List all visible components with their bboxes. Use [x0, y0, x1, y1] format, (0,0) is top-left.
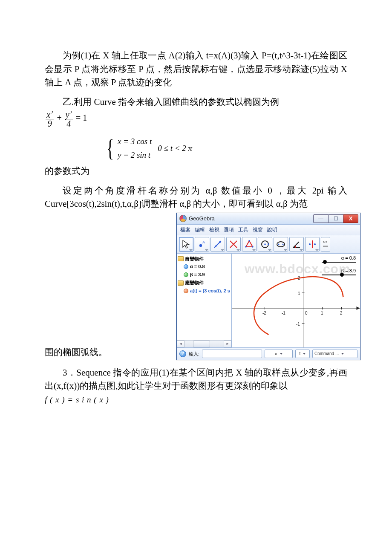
ellipse-equation: x2 9 + y2 4 = 1	[45, 110, 347, 128]
svg-text:A: A	[202, 240, 205, 244]
menu-view[interactable]: 檢視	[209, 226, 219, 234]
algebra-scrollbar[interactable]: ◄ ►	[177, 340, 231, 347]
slider-beta-track[interactable]	[322, 275, 356, 275]
tool-line[interactable]	[210, 237, 225, 251]
graphics-svg	[232, 254, 360, 347]
bullet-icon	[184, 272, 188, 277]
svg-point-4	[219, 241, 221, 243]
svg-point-8	[248, 240, 250, 242]
tree-item-beta[interactable]: β = 3.9	[178, 271, 231, 278]
sin-formula: f ( x ) = s i n ( x )	[45, 395, 109, 404]
paragraph-2: 乙.利用 Curve 指令来输入圆锥曲线的参数式以椭圆为例	[45, 95, 347, 109]
slider-alpha-knob[interactable]	[323, 260, 327, 264]
input-bar: ? 輸入: a t Command ...	[177, 348, 360, 360]
window-title: GeoGebra	[189, 214, 215, 223]
tool-transform[interactable]	[305, 237, 320, 251]
menu-tools[interactable]: 工具	[238, 226, 248, 234]
tree-item-alpha[interactable]: α = 0.8	[178, 263, 231, 270]
menu-help[interactable]: 說明	[267, 226, 277, 234]
tool-circle[interactable]	[258, 237, 272, 251]
tool-point[interactable]: A	[195, 237, 209, 251]
bullet-icon	[184, 289, 188, 293]
svg-point-0	[199, 244, 202, 247]
slider-alpha-track[interactable]	[322, 262, 356, 263]
folder-icon	[178, 280, 184, 286]
folder-icon	[178, 256, 184, 261]
svg-marker-23	[357, 306, 360, 310]
menu-options[interactable]: 選項	[224, 226, 234, 234]
tree-item-curve[interactable]: a(t) = (3 cos(t), 2 s	[178, 287, 231, 295]
paragraph-3: 设定两个角度滑杆名称分别为 α,β 数值最小 0 ，最大 2pi 输入 Curv…	[45, 184, 347, 211]
svg-point-16	[282, 243, 283, 245]
scroll-left-button[interactable]: ◄	[177, 341, 184, 347]
tool-move[interactable]	[179, 237, 193, 251]
svg-point-19	[314, 243, 316, 245]
scroll-thumb[interactable]	[193, 341, 210, 347]
window-close-button[interactable]: X	[343, 214, 358, 223]
parametric-prefix: 的参数式为	[45, 165, 347, 178]
tool-conic[interactable]	[274, 237, 288, 251]
menu-window[interactable]: 視窗	[253, 226, 263, 234]
menu-edit[interactable]: 編輯	[195, 226, 205, 234]
parametric-equations: { x = 3 cos t y = 2 sin t 0 ≤ t < 2 π	[104, 135, 347, 162]
toolbar: A	[177, 235, 360, 254]
svg-marker-7	[246, 241, 253, 247]
scroll-right-button[interactable]: ►	[224, 341, 231, 347]
help-icon[interactable]: ?	[179, 350, 186, 357]
svg-text:a =: a =	[323, 240, 327, 243]
tool-angle[interactable]	[289, 237, 304, 251]
svg-point-13	[268, 243, 269, 245]
geogebra-window: GeoGebra — ☐ X 檔案 編輯 檢視 選項 工具 視窗 說明	[176, 213, 360, 360]
window-maximize-button[interactable]: ☐	[329, 214, 343, 223]
svg-point-3	[215, 246, 216, 247]
menu-bar: 檔案 編輯 檢視 選項 工具 視窗 說明	[177, 225, 360, 235]
tree-dependent-objects[interactable]: 應變物件	[178, 279, 231, 286]
graphics-view[interactable]: www.bdocx.com	[232, 254, 360, 347]
bullet-icon	[184, 264, 188, 269]
window-minimize-button[interactable]: —	[313, 214, 329, 223]
geogebra-icon	[179, 215, 187, 222]
svg-point-15	[278, 243, 279, 245]
slider-alpha-label: α = 0.8	[341, 254, 356, 262]
window-titlebar: GeoGebra — ☐ X	[177, 213, 360, 225]
command-combo[interactable]: Command ...	[312, 350, 357, 358]
algebra-panel: 自變物件 α = 0.8 β = 3.9	[177, 254, 232, 347]
greek-combo[interactable]: t	[295, 350, 310, 358]
paragraph-1: 为例(1)在 X 轴上任取一点 A(2)输入 t=x(A)(3)输入 P=(t,…	[45, 49, 347, 90]
tool-slider[interactable]: a =	[321, 237, 330, 251]
svg-point-9	[252, 246, 254, 248]
input-label: 輸入:	[189, 350, 199, 358]
symbol-combo[interactable]: a	[265, 350, 293, 358]
slider-beta-knob[interactable]	[340, 273, 344, 277]
tool-polygon[interactable]	[242, 237, 257, 251]
svg-point-10	[245, 246, 247, 248]
svg-point-18	[309, 243, 311, 245]
tool-perpendicular[interactable]	[226, 237, 241, 251]
paragraph-3-tail: 围的椭圆弧线。	[45, 346, 107, 360]
svg-point-12	[264, 243, 266, 245]
tree-free-objects[interactable]: 自變物件	[178, 255, 231, 263]
paragraph-4: 3．Sequence 指令的应用(1)在某个区间内把 X 轴的取样点从少变多,再…	[45, 366, 347, 393]
menu-file[interactable]: 檔案	[180, 226, 190, 234]
input-field[interactable]	[202, 350, 262, 358]
